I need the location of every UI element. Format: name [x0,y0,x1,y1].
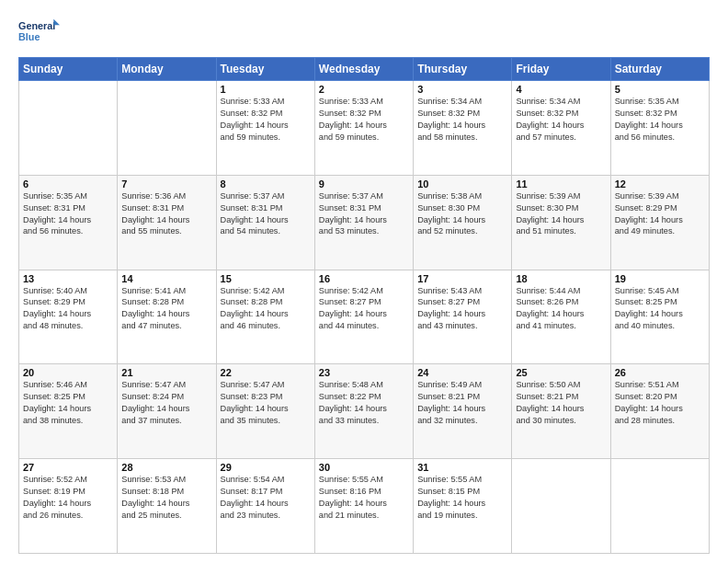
header-friday: Friday [512,58,610,81]
day-info: Sunrise: 5:45 AMSunset: 8:25 PMDaylight:… [615,285,705,333]
day-info: Sunrise: 5:39 AMSunset: 8:29 PMDaylight:… [615,190,705,238]
day-info: Sunrise: 5:38 AMSunset: 8:30 PMDaylight:… [417,190,507,238]
table-row: 4Sunrise: 5:34 AMSunset: 8:32 PMDaylight… [512,81,610,176]
header: General Blue [18,15,710,48]
table-row: 27Sunrise: 5:52 AMSunset: 8:19 PMDayligh… [19,459,118,554]
week-row-3: 13Sunrise: 5:40 AMSunset: 8:29 PMDayligh… [19,270,710,364]
day-number: 31 [417,462,507,473]
day-number: 21 [121,367,211,378]
svg-marker-1 [53,19,60,26]
table-row [610,459,709,554]
calendar-table: SundayMondayTuesdayWednesdayThursdayFrid… [18,57,710,554]
logo: General Blue [18,15,64,48]
day-info: Sunrise: 5:33 AMSunset: 8:32 PMDaylight:… [319,96,409,144]
day-number: 6 [23,178,113,190]
table-row: 24Sunrise: 5:49 AMSunset: 8:21 PMDayligh… [414,364,512,459]
day-info: Sunrise: 5:40 AMSunset: 8:29 PMDaylight:… [23,285,113,333]
table-row: 20Sunrise: 5:46 AMSunset: 8:25 PMDayligh… [19,364,118,459]
day-number: 25 [516,367,606,378]
day-number: 27 [23,462,113,473]
day-number: 18 [516,273,606,284]
svg-text:Blue: Blue [18,31,40,42]
calendar-header-row: SundayMondayTuesdayWednesdayThursdayFrid… [19,58,710,81]
header-saturday: Saturday [610,58,709,81]
page: General Blue SundayMondayTuesdayWednesda… [0,0,728,563]
table-row: 11Sunrise: 5:39 AMSunset: 8:30 PMDayligh… [512,175,610,270]
day-number: 28 [121,462,211,473]
day-info: Sunrise: 5:55 AMSunset: 8:15 PMDaylight:… [417,474,507,522]
day-info: Sunrise: 5:42 AMSunset: 8:28 PMDaylight:… [221,285,311,333]
table-row: 25Sunrise: 5:50 AMSunset: 8:21 PMDayligh… [512,364,610,459]
table-row: 13Sunrise: 5:40 AMSunset: 8:29 PMDayligh… [19,270,118,364]
day-info: Sunrise: 5:34 AMSunset: 8:32 PMDaylight:… [417,96,507,144]
svg-text:General: General [18,20,55,31]
table-row [512,459,610,554]
table-row [118,81,216,176]
header-tuesday: Tuesday [216,58,314,81]
day-number: 19 [615,273,705,284]
table-row: 16Sunrise: 5:42 AMSunset: 8:27 PMDayligh… [314,270,413,364]
table-row: 29Sunrise: 5:54 AMSunset: 8:17 PMDayligh… [216,459,314,554]
table-row: 30Sunrise: 5:55 AMSunset: 8:16 PMDayligh… [314,459,413,554]
table-row: 2Sunrise: 5:33 AMSunset: 8:32 PMDaylight… [314,81,413,176]
day-info: Sunrise: 5:34 AMSunset: 8:32 PMDaylight:… [516,96,606,144]
day-info: Sunrise: 5:49 AMSunset: 8:21 PMDaylight:… [417,379,507,427]
day-number: 5 [615,84,705,95]
day-number: 14 [121,273,211,284]
day-info: Sunrise: 5:36 AMSunset: 8:31 PMDaylight:… [121,190,211,238]
day-number: 20 [23,367,113,378]
day-number: 30 [319,462,409,473]
day-info: Sunrise: 5:42 AMSunset: 8:27 PMDaylight:… [319,285,409,333]
day-number: 9 [319,178,409,190]
table-row: 31Sunrise: 5:55 AMSunset: 8:15 PMDayligh… [414,459,512,554]
day-number: 22 [221,367,311,378]
day-number: 26 [615,367,705,378]
day-info: Sunrise: 5:48 AMSunset: 8:22 PMDaylight:… [319,379,409,427]
day-info: Sunrise: 5:43 AMSunset: 8:27 PMDaylight:… [417,285,507,333]
day-number: 7 [121,178,211,190]
day-info: Sunrise: 5:55 AMSunset: 8:16 PMDaylight:… [319,474,409,522]
day-number: 2 [319,84,409,95]
day-number: 10 [417,178,507,190]
day-number: 17 [417,273,507,284]
day-number: 12 [615,178,705,190]
day-number: 29 [221,462,311,473]
day-number: 13 [23,273,113,284]
day-info: Sunrise: 5:35 AMSunset: 8:32 PMDaylight:… [615,96,705,144]
table-row: 26Sunrise: 5:51 AMSunset: 8:20 PMDayligh… [610,364,709,459]
table-row: 22Sunrise: 5:47 AMSunset: 8:23 PMDayligh… [216,364,314,459]
table-row: 17Sunrise: 5:43 AMSunset: 8:27 PMDayligh… [414,270,512,364]
table-row: 7Sunrise: 5:36 AMSunset: 8:31 PMDaylight… [118,175,216,270]
day-info: Sunrise: 5:51 AMSunset: 8:20 PMDaylight:… [615,379,705,427]
header-thursday: Thursday [414,58,512,81]
week-row-4: 20Sunrise: 5:46 AMSunset: 8:25 PMDayligh… [19,364,710,459]
day-number: 3 [417,84,507,95]
day-number: 23 [319,367,409,378]
table-row: 23Sunrise: 5:48 AMSunset: 8:22 PMDayligh… [314,364,413,459]
table-row: 5Sunrise: 5:35 AMSunset: 8:32 PMDaylight… [610,81,709,176]
table-row: 18Sunrise: 5:44 AMSunset: 8:26 PMDayligh… [512,270,610,364]
day-info: Sunrise: 5:47 AMSunset: 8:24 PMDaylight:… [121,379,211,427]
day-info: Sunrise: 5:54 AMSunset: 8:17 PMDaylight:… [221,474,311,522]
header-monday: Monday [118,58,216,81]
day-number: 15 [221,273,311,284]
table-row: 28Sunrise: 5:53 AMSunset: 8:18 PMDayligh… [118,459,216,554]
header-sunday: Sunday [19,58,118,81]
table-row: 6Sunrise: 5:35 AMSunset: 8:31 PMDaylight… [19,175,118,270]
table-row: 12Sunrise: 5:39 AMSunset: 8:29 PMDayligh… [610,175,709,270]
logo-svg: General Blue [18,15,64,48]
day-info: Sunrise: 5:46 AMSunset: 8:25 PMDaylight:… [23,379,113,427]
day-number: 8 [221,178,311,190]
day-number: 4 [516,84,606,95]
table-row: 3Sunrise: 5:34 AMSunset: 8:32 PMDaylight… [414,81,512,176]
day-info: Sunrise: 5:37 AMSunset: 8:31 PMDaylight:… [221,190,311,238]
day-info: Sunrise: 5:35 AMSunset: 8:31 PMDaylight:… [23,190,113,238]
table-row: 19Sunrise: 5:45 AMSunset: 8:25 PMDayligh… [610,270,709,364]
week-row-1: 1Sunrise: 5:33 AMSunset: 8:32 PMDaylight… [19,81,710,176]
day-number: 16 [319,273,409,284]
week-row-5: 27Sunrise: 5:52 AMSunset: 8:19 PMDayligh… [19,459,710,554]
table-row: 10Sunrise: 5:38 AMSunset: 8:30 PMDayligh… [414,175,512,270]
table-row: 14Sunrise: 5:41 AMSunset: 8:28 PMDayligh… [118,270,216,364]
day-number: 24 [417,367,507,378]
table-row [19,81,118,176]
